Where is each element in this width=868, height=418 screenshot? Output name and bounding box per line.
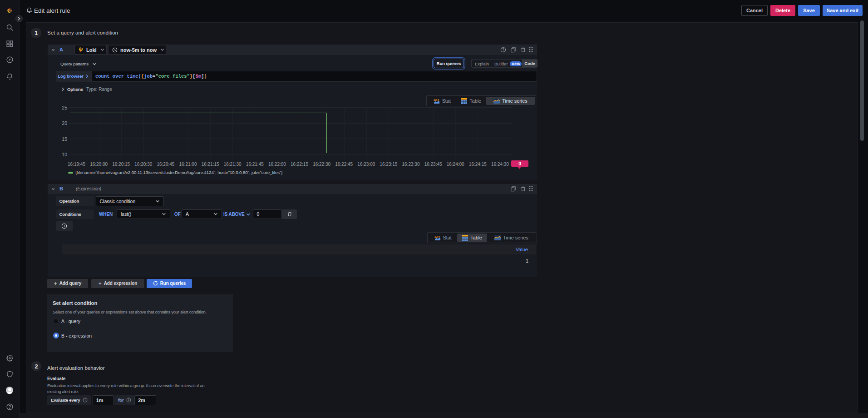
- svg-text:12.4: 12.4: [434, 235, 440, 238]
- svg-text:12.4: 12.4: [434, 98, 439, 101]
